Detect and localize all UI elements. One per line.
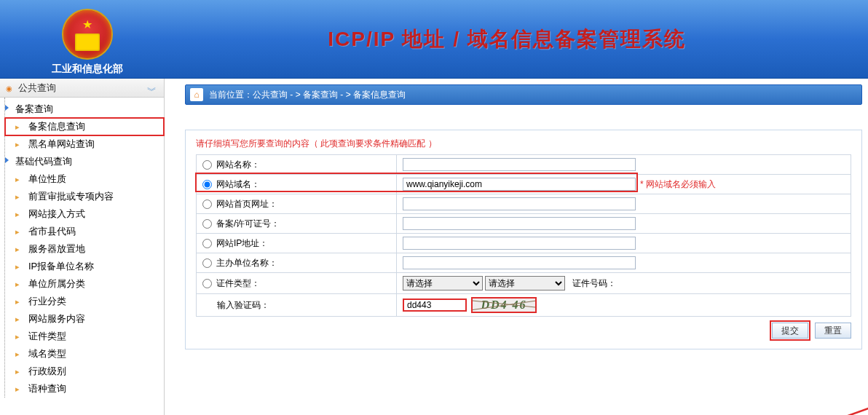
page-title: ICP/IP 地址 / 域名信息备案管理系统: [146, 25, 868, 53]
reset-button[interactable]: 重置: [815, 323, 851, 339]
sidebar: 公共查询 ︾ 备案查询备案信息查询黑名单网站查询基础代码查询单位性质前置审批或专…: [0, 79, 165, 415]
svg-line-1: [645, 395, 868, 415]
home-icon[interactable]: ⌂: [190, 88, 203, 101]
input-captcha[interactable]: [403, 299, 467, 312]
select-cert-type-2[interactable]: 请选择: [485, 276, 565, 290]
sidebar-item-7[interactable]: 省市县代码: [5, 223, 164, 240]
sidebar-item-10[interactable]: 单位所属分类: [5, 275, 164, 293]
cert-no-label: 证件号码：: [572, 278, 616, 288]
radio-ip[interactable]: [202, 239, 212, 248]
sidebar-item-14[interactable]: 域名类型: [5, 345, 164, 363]
breadcrumb: ⌂ 当前位置：公共查询 - > 备案查询 - > 备案信息查询: [185, 84, 862, 105]
sidebar-item-0[interactable]: 备案查询: [5, 100, 164, 118]
national-emblem-icon: [62, 9, 113, 60]
form-hint: 请仔细填写您所要查询的内容（ 此项查询要求条件精确匹配 ）: [196, 138, 851, 150]
sidebar-item-15[interactable]: 行政级别: [5, 363, 164, 380]
sidebar-item-16[interactable]: 语种查询: [5, 380, 164, 398]
captcha-image[interactable]: DD4 46: [471, 297, 537, 313]
input-sponsor[interactable]: [403, 256, 636, 269]
sidebar-item-9[interactable]: IP报备单位名称: [5, 258, 164, 275]
radio-homepage[interactable]: [202, 199, 212, 209]
input-domain[interactable]: [403, 178, 636, 191]
field-cert-type[interactable]: 证件类型：: [202, 277, 390, 290]
query-form-table: 网站名称： 网站域名： * 网站域名必须输入 网站首页网址： 备案/许可证号： …: [196, 154, 851, 317]
input-site-name[interactable]: [403, 158, 636, 171]
app-header: 工业和信息化部 ICP/IP 地址 / 域名信息备案管理系统: [0, 0, 868, 79]
sidebar-item-6[interactable]: 网站接入方式: [5, 205, 164, 223]
field-domain[interactable]: 网站域名：: [202, 178, 390, 191]
sidebar-item-8[interactable]: 服务器放置地: [5, 240, 164, 258]
sidebar-item-13[interactable]: 证件类型: [5, 328, 164, 345]
radio-cert-type[interactable]: [202, 279, 212, 288]
sidebar-item-11[interactable]: 行业分类: [5, 293, 164, 310]
input-ip[interactable]: [403, 237, 636, 250]
radio-site-name[interactable]: [202, 160, 212, 170]
field-homepage[interactable]: 网站首页网址：: [202, 198, 390, 210]
annotation-arrow: [601, 386, 868, 415]
radio-license[interactable]: [202, 219, 212, 229]
field-license[interactable]: 备案/许可证号：: [202, 218, 390, 230]
field-sponsor[interactable]: 主办单位名称：: [202, 257, 390, 269]
sidebar-section-label: 公共查询: [18, 82, 56, 93]
sidebar-item-12[interactable]: 网站服务内容: [5, 310, 164, 328]
field-ip[interactable]: 网站IP地址：: [202, 237, 390, 250]
sidebar-section-header[interactable]: 公共查询 ︾: [0, 79, 164, 98]
submit-button[interactable]: 提交: [772, 323, 808, 339]
domain-required-note: * 网站域名必须输入: [640, 179, 716, 189]
sidebar-tree: 备案查询备案信息查询黑名单网站查询基础代码查询单位性质前置审批或专项内容网站接入…: [4, 98, 164, 398]
input-license[interactable]: [403, 217, 636, 230]
select-cert-type-1[interactable]: 请选择: [403, 276, 483, 290]
sidebar-item-4[interactable]: 单位性质: [5, 170, 164, 188]
field-site-name[interactable]: 网站名称：: [202, 159, 390, 171]
title-block: ICP/IP 地址 / 域名信息备案管理系统: [175, 25, 868, 53]
chevron-down-icon: ︾: [147, 82, 157, 100]
sidebar-item-2[interactable]: 黑名单网站查询: [5, 135, 164, 153]
captcha-label: 输入验证码：: [202, 300, 269, 310]
input-homepage[interactable]: [403, 197, 636, 210]
query-form-panel: 请仔细填写您所要查询的内容（ 此项查询要求条件精确匹配 ） 网站名称： 网站域名…: [185, 130, 862, 349]
ministry-name: 工业和信息化部: [0, 63, 175, 76]
radio-domain[interactable]: [202, 180, 212, 189]
main-content: ⌂ 当前位置：公共查询 - > 备案查询 - > 备案信息查询 请仔细填写您所要…: [165, 79, 868, 415]
sidebar-item-1[interactable]: 备案信息查询: [5, 118, 164, 135]
sidebar-item-3[interactable]: 基础代码查询: [5, 153, 164, 170]
radio-sponsor[interactable]: [202, 258, 212, 268]
button-row: 提交 重置: [196, 323, 851, 339]
sidebar-item-5[interactable]: 前置审批或专项内容: [5, 188, 164, 205]
breadcrumb-text: 当前位置：公共查询 - > 备案查询 - > 备案信息查询: [209, 89, 406, 101]
